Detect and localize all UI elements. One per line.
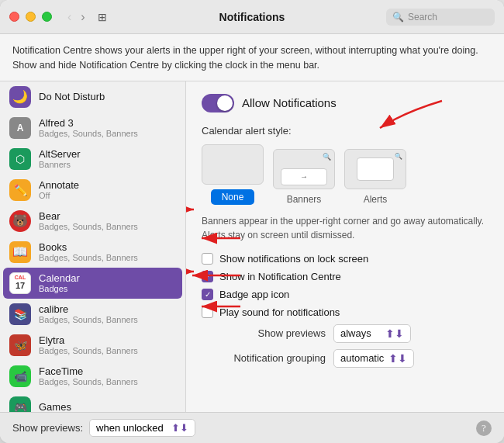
item-sub-altserver: Banners <box>39 160 80 169</box>
grid-button[interactable]: ⊞ <box>95 9 110 25</box>
item-name-bear: Bear <box>39 210 138 222</box>
banners-description: Banners appear in the upper-right corner… <box>202 214 488 242</box>
altserver-icon: ⬡ <box>9 148 31 170</box>
bottom-previews-label: Show previews: <box>12 422 83 434</box>
banner-preview-inner: → <box>281 168 327 185</box>
bottom-bar: Show previews: when unlocked ⬆⬇ ? <box>0 412 504 443</box>
elytra-icon: 🦋 <box>9 334 31 356</box>
show-previews-arrow-icon: ⬆⬇ <box>385 327 404 340</box>
item-sub-calendar: Badges <box>39 284 80 293</box>
item-sub-annotate: Off <box>39 191 79 200</box>
item-sub-facetime: Badges, Sounds, Banners <box>39 377 138 386</box>
search-box[interactable]: 🔍 Search <box>386 9 495 26</box>
minimize-button[interactable] <box>26 12 36 22</box>
item-sub-calibre: Badges, Sounds, Banners <box>39 315 138 324</box>
sidebar: 🌙 Do Not Disturb A Alfred 3 Badges, Soun… <box>0 81 186 413</box>
sidebar-item-annotate[interactable]: ✏️ Annotate Off <box>0 175 185 206</box>
sidebar-item-calendar[interactable]: CAL 17 Calendar Badges <box>3 268 182 299</box>
preview-search-icon: 🔍 <box>323 153 331 161</box>
style-option-alerts[interactable]: 🔍 Alerts <box>344 149 406 205</box>
facetime-icon: 📹 <box>9 365 31 387</box>
notification-grouping-label: Notification grouping <box>202 352 326 364</box>
close-button[interactable] <box>9 12 19 22</box>
checkbox-row-notification-centre: ✓ Show in Notification Centre <box>202 271 488 282</box>
badge-icon-label: Badge app icon <box>219 289 289 300</box>
right-panel: Allow Notifications Calendar alert style… <box>186 81 504 413</box>
calendar-icon: CAL 17 <box>9 272 31 294</box>
sidebar-item-books[interactable]: 📖 Books Badges, Sounds, Banners <box>0 237 185 268</box>
books-icon: 📖 <box>9 241 31 263</box>
description-text: Notification Centre shows your alerts in… <box>12 45 478 71</box>
notification-centre-checkbox[interactable]: ✓ <box>202 271 213 282</box>
sidebar-item-games[interactable]: 🎮 Games <box>0 392 185 413</box>
item-sub-alfred: Badges, Sounds, Banners <box>39 129 138 138</box>
search-icon: 🔍 <box>392 12 404 22</box>
alert-preview-inner <box>357 157 394 181</box>
item-name-calendar: Calendar <box>39 272 80 284</box>
item-name-elytra: Elytra <box>39 334 138 346</box>
description: Notification Centre shows your alerts in… <box>0 34 504 81</box>
maximize-button[interactable] <box>42 12 52 22</box>
style-label-alerts: Alerts <box>364 194 388 205</box>
style-label-banners: Banners <box>287 194 322 205</box>
allow-notifications-toggle[interactable] <box>202 94 234 112</box>
sidebar-item-altserver[interactable]: ⬡ AltServer Banners <box>0 144 185 175</box>
item-name-books: Books <box>39 241 138 253</box>
traffic-lights <box>9 12 52 22</box>
show-previews-dropdown[interactable]: always ⬆⬇ <box>333 324 411 343</box>
forward-button[interactable]: › <box>78 9 88 25</box>
notification-grouping-row: Notification grouping automatic ⬆⬇ <box>202 349 488 368</box>
sidebar-item-elytra[interactable]: 🦋 Elytra Badges, Sounds, Banners <box>0 330 185 361</box>
alert-style-label: Calendar alert style: <box>202 125 488 137</box>
toggle-label: Allow Notifications <box>242 96 337 109</box>
play-sound-label: Play sound for notifications <box>219 306 340 318</box>
badge-icon-checkbox[interactable]: ✓ <box>202 289 213 300</box>
show-previews-row: Show previews always ⬆⬇ <box>202 324 488 343</box>
window: ‹ › ⊞ Notifications 🔍 Search Notificatio… <box>0 0 504 443</box>
item-name-altserver: AltServer <box>39 148 80 160</box>
style-option-none[interactable]: None <box>202 144 264 205</box>
checkbox-row-badge: ✓ Badge app icon <box>202 289 488 300</box>
sidebar-item-bear[interactable]: 🐻 Bear Badges, Sounds, Banners <box>0 206 185 237</box>
item-name-alfred: Alfred 3 <box>39 117 138 129</box>
bottom-previews-arrow-icon: ⬆⬇ <box>171 422 188 434</box>
main-area: 🌙 Do Not Disturb A Alfred 3 Badges, Soun… <box>0 81 504 413</box>
lock-screen-checkbox[interactable] <box>202 253 213 265</box>
lock-screen-label: Show notifications on lock screen <box>219 253 368 265</box>
sidebar-item-alfred[interactable]: A Alfred 3 Badges, Sounds, Banners <box>0 112 185 144</box>
help-button[interactable]: ? <box>476 421 492 436</box>
titlebar: ‹ › ⊞ Notifications 🔍 Search <box>0 0 504 34</box>
sidebar-item-do-not-disturb[interactable]: 🌙 Do Not Disturb <box>0 81 185 112</box>
style-option-banners[interactable]: → 🔍 Banners <box>273 149 335 205</box>
style-preview-alerts: 🔍 <box>344 149 406 189</box>
style-btn-none[interactable]: None <box>211 189 255 205</box>
bottom-previews-dropdown[interactable]: when unlocked ⬆⬇ <box>89 419 195 437</box>
item-name-games: Games <box>39 401 71 412</box>
style-preview-banners: → 🔍 <box>273 149 335 189</box>
back-button[interactable]: ‹ <box>64 9 74 25</box>
notification-grouping-value: automatic <box>340 352 384 364</box>
alert-styles: None → 🔍 Banners <box>202 144 488 205</box>
window-title: Notifications <box>219 11 285 23</box>
item-sub-elytra: Badges, Sounds, Banners <box>39 346 138 355</box>
notification-grouping-arrow-icon: ⬆⬇ <box>388 352 407 365</box>
annotate-icon: ✏️ <box>9 179 31 201</box>
toggle-row: Allow Notifications <box>202 94 488 112</box>
play-sound-checkbox[interactable] <box>202 306 213 318</box>
content: Notification Centre shows your alerts in… <box>0 34 504 412</box>
alfred-icon: A <box>9 117 31 139</box>
bear-icon: 🐻 <box>9 210 31 232</box>
checkbox-row-sound: Play sound for notifications <box>202 306 488 318</box>
nav-buttons: ‹ › <box>64 9 88 25</box>
item-name-calibre: calibre <box>39 303 138 315</box>
checkbox-row-lock-screen: Show notifications on lock screen <box>202 253 488 265</box>
preview-alerts-icon: 🔍 <box>395 153 402 160</box>
item-name-facetime: FaceTime <box>39 365 138 377</box>
sidebar-item-calibre[interactable]: 📚 calibre Badges, Sounds, Banners <box>0 299 185 330</box>
games-icon: 🎮 <box>9 396 31 413</box>
search-placeholder: Search <box>408 12 437 22</box>
sidebar-item-facetime[interactable]: 📹 FaceTime Badges, Sounds, Banners <box>0 361 185 392</box>
notification-grouping-dropdown[interactable]: automatic ⬆⬇ <box>333 349 414 368</box>
notification-centre-label: Show in Notification Centre <box>219 271 341 282</box>
style-preview-none <box>202 144 264 185</box>
